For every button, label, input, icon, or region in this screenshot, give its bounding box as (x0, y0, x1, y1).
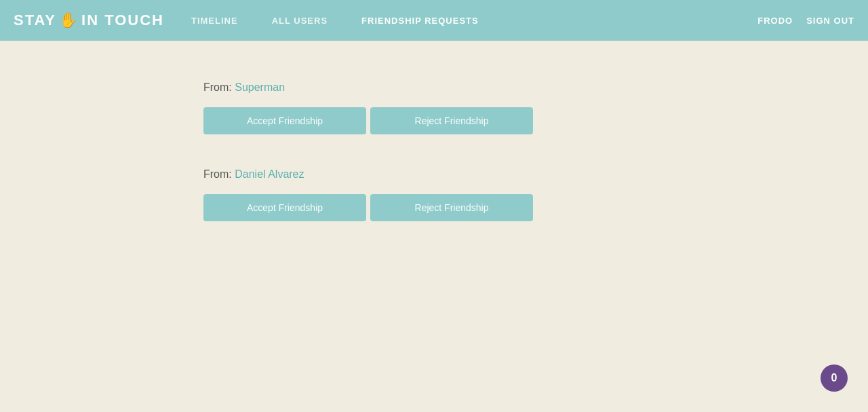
navbar: STAY ✋ IN TOUCH TIMELINE ALL USERS FRIEN… (0, 0, 868, 41)
accept-button-1[interactable]: Accept Friendship (203, 194, 366, 221)
brand-text-touch: IN TOUCH (81, 12, 164, 29)
button-group-1: Accept Friendship Reject Friendship (203, 194, 868, 221)
notification-badge[interactable]: 0 (821, 364, 848, 392)
from-label-0: From: Superman (203, 81, 868, 94)
request-block-0: From: Superman Accept Friendship Reject … (203, 81, 868, 134)
sign-out-link[interactable]: SIGN OUT (806, 16, 854, 26)
user-name-1-text: Daniel Alvarez (235, 168, 304, 180)
nav-timeline[interactable]: TIMELINE (191, 16, 238, 26)
nav-links: TIMELINE ALL USERS FRIENDSHIP REQUESTS (191, 16, 757, 26)
nav-right: FRODO SIGN OUT (757, 16, 854, 26)
from-label-1: From: Daniel Alvarez (203, 168, 868, 181)
nav-friendship-requests[interactable]: FRIENDSHIP REQUESTS (361, 16, 479, 26)
from-text-0: From: (203, 81, 232, 93)
user-name-0-text: Superman (235, 81, 285, 93)
reject-button-0[interactable]: Reject Friendship (370, 107, 533, 134)
nav-all-users[interactable]: ALL USERS (272, 16, 328, 26)
main-content: From: Superman Accept Friendship Reject … (0, 41, 868, 221)
hand-icon: ✋ (59, 12, 79, 29)
from-text-1: From: (203, 168, 232, 180)
button-group-0: Accept Friendship Reject Friendship (203, 107, 868, 134)
brand-text-stay: STAY (14, 12, 56, 29)
reject-button-1[interactable]: Reject Friendship (370, 194, 533, 221)
request-block-1: From: Daniel Alvarez Accept Friendship R… (203, 168, 868, 221)
current-user: FRODO (757, 16, 793, 26)
accept-button-0[interactable]: Accept Friendship (203, 107, 366, 134)
brand-logo: STAY ✋ IN TOUCH (14, 12, 164, 29)
